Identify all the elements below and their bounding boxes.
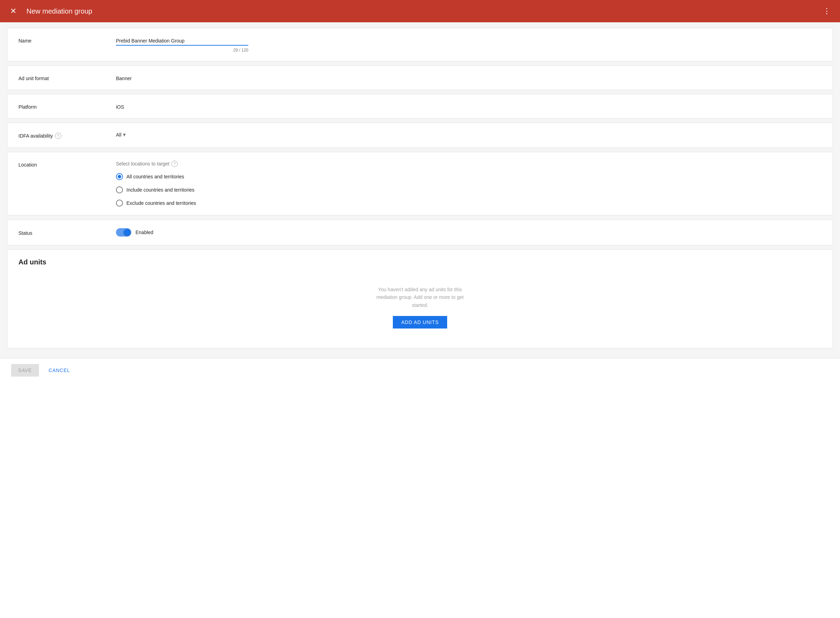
idfa-help-icon[interactable]: ? [55, 133, 61, 139]
radio-exclude-icon [116, 200, 123, 206]
location-section: Location Select locations to target ? Al… [7, 152, 833, 215]
ad-unit-format-value-wrapper: Banner [116, 74, 822, 81]
platform-section: Platform iOS [7, 94, 833, 119]
name-input[interactable] [116, 37, 248, 46]
cancel-button[interactable]: CANCEL [45, 364, 74, 377]
add-ad-units-button[interactable]: ADD AD UNITS [393, 316, 447, 328]
app-container: ✕ New mediation group ⋮ Name 29 / 120 Ad… [0, 0, 840, 618]
ad-units-empty-state: You haven't added any ad units for this … [18, 277, 822, 340]
location-controls: Select locations to target ? All countri… [116, 160, 822, 206]
ad-unit-format-value: Banner [116, 74, 822, 81]
idfa-value: All [116, 132, 122, 138]
radio-include-countries[interactable]: Include countries and territories [116, 186, 822, 193]
more-options-button[interactable]: ⋮ [821, 5, 833, 18]
idfa-label-wrapper: IDFA availability ? [18, 131, 116, 139]
radio-include-label: Include countries and territories [126, 187, 194, 193]
ad-units-title: Ad units [18, 258, 822, 266]
radio-all-countries[interactable]: All countries and territories [116, 173, 822, 180]
header: ✕ New mediation group ⋮ [0, 0, 840, 22]
name-char-count: 29 / 120 [116, 48, 248, 53]
radio-include-icon [116, 186, 123, 193]
toggle-thumb [124, 229, 131, 236]
location-label: Location [18, 160, 116, 168]
status-toggle[interactable] [116, 228, 131, 236]
idfa-value-wrapper: All ▾ [116, 131, 822, 138]
name-value-wrapper: 29 / 120 [116, 37, 822, 53]
idfa-section: IDFA availability ? All ▾ [7, 123, 833, 148]
name-label: Name [18, 37, 116, 43]
status-value-wrapper: Enabled [116, 228, 822, 236]
location-help-icon[interactable]: ? [171, 160, 178, 167]
idfa-dropdown-arrow: ▾ [123, 131, 126, 138]
ad-units-section: Ad units You haven't added any ad units … [7, 250, 833, 348]
location-target-text: Select locations to target [116, 161, 169, 166]
platform-label: Platform [18, 103, 116, 110]
ad-unit-format-label: Ad unit format [18, 74, 116, 81]
ad-units-empty-text: You haven't added any ad units for this … [368, 286, 472, 309]
radio-exclude-countries[interactable]: Exclude countries and territories [116, 200, 822, 206]
name-section: Name 29 / 120 [7, 28, 833, 61]
idfa-label: IDFA availability [18, 133, 53, 139]
platform-value-wrapper: iOS [116, 103, 822, 110]
radio-all-icon [116, 173, 123, 180]
idfa-dropdown[interactable]: All ▾ [116, 131, 822, 138]
close-button[interactable]: ✕ [7, 5, 19, 18]
location-target-label-wrapper: Select locations to target ? [116, 160, 822, 167]
radio-all-label: All countries and territories [126, 174, 184, 180]
page-title: New mediation group [27, 7, 833, 15]
status-value: Enabled [135, 230, 153, 235]
status-section: Status Enabled [7, 220, 833, 245]
platform-value: iOS [116, 103, 822, 110]
main-content: Name 29 / 120 Ad unit format Banner Plat… [0, 22, 840, 358]
name-input-wrapper: 29 / 120 [116, 37, 822, 53]
toggle-wrapper: Enabled [116, 228, 822, 236]
status-label: Status [18, 229, 116, 236]
footer: SAVE CANCEL [0, 358, 840, 382]
ad-unit-format-section: Ad unit format Banner [7, 65, 833, 90]
save-button[interactable]: SAVE [11, 364, 39, 377]
radio-exclude-label: Exclude countries and territories [126, 200, 196, 206]
